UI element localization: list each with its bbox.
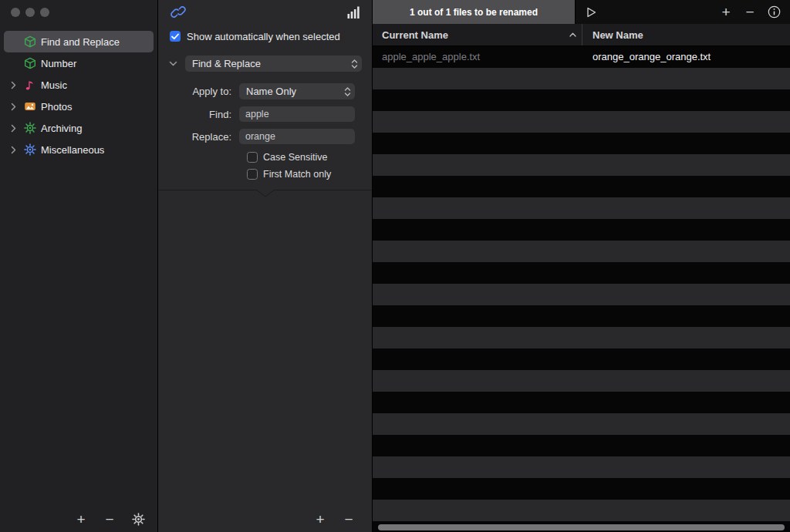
titlebar bbox=[0, 0, 157, 24]
photo-icon bbox=[23, 100, 36, 113]
close-button[interactable] bbox=[11, 8, 20, 17]
music-note-icon bbox=[23, 79, 36, 92]
column-header-current-name[interactable]: Current Name bbox=[373, 24, 582, 45]
remove-files-button[interactable]: − bbox=[744, 5, 756, 19]
first-match-label: First Match only bbox=[263, 169, 331, 180]
rename-play-button[interactable] bbox=[586, 6, 597, 19]
action-parameters-section: Find & Replace Apply to: Name Only Find: bbox=[158, 49, 372, 190]
sidebar-item-label: Miscellaneous bbox=[41, 144, 104, 156]
file-toolbar: 1 out of 1 files to be renamed + − bbox=[373, 0, 790, 24]
table-header: Current Name New Name bbox=[373, 24, 790, 46]
show-automatically-label: Show automatically when selected bbox=[187, 31, 340, 42]
sidebar-item-label: Number bbox=[41, 58, 76, 69]
add-preset-button[interactable]: + bbox=[75, 512, 87, 527]
add-files-button[interactable]: + bbox=[720, 5, 732, 19]
case-sensitive-checkbox[interactable] bbox=[247, 152, 258, 163]
sidebar-item-label: Find and Replace bbox=[41, 36, 120, 48]
table-row[interactable]: apple_apple_apple.txt orange_orange_oran… bbox=[373, 46, 790, 68]
find-label: Find: bbox=[158, 109, 239, 120]
sort-ascending-icon bbox=[569, 32, 576, 37]
sidebar-item-label: Music bbox=[41, 79, 67, 91]
inspector-toolbar bbox=[158, 0, 372, 24]
preset-row: Find & Replace bbox=[158, 56, 372, 72]
sidebar-item-miscellaneous[interactable]: Miscellaneous bbox=[4, 139, 154, 160]
chevron-right-icon[interactable] bbox=[8, 103, 19, 111]
section-notch-icon bbox=[255, 190, 275, 197]
file-toolbar-buttons: + − bbox=[720, 5, 790, 19]
stats-bars-icon[interactable] bbox=[347, 6, 360, 19]
minimize-button[interactable] bbox=[25, 8, 35, 17]
sidebar: Find and Replace Number Music bbox=[0, 0, 158, 532]
find-row: Find: bbox=[158, 106, 372, 122]
updown-chevrons-icon bbox=[351, 59, 358, 69]
disclosure-chevron-down-icon[interactable] bbox=[169, 61, 183, 66]
remove-preset-button[interactable]: − bbox=[103, 512, 116, 527]
apply-to-row: Apply to: Name Only bbox=[158, 83, 372, 99]
archive-gear-icon bbox=[23, 122, 36, 135]
replace-input[interactable] bbox=[239, 129, 355, 144]
sidebar-item-archiving[interactable]: Archiving bbox=[4, 117, 154, 139]
chevron-right-icon[interactable] bbox=[8, 124, 19, 133]
chevron-right-icon[interactable] bbox=[8, 146, 19, 154]
show-automatically-checkbox[interactable] bbox=[170, 31, 181, 42]
sidebar-item-find-and-replace[interactable]: Find and Replace bbox=[4, 31, 154, 52]
apply-to-select[interactable]: Name Only bbox=[239, 83, 355, 99]
current-name-cell: apple_apple_apple.txt bbox=[373, 46, 582, 68]
first-match-checkbox[interactable] bbox=[247, 169, 258, 180]
zoom-button[interactable] bbox=[40, 8, 49, 17]
apply-to-label: Apply to: bbox=[158, 86, 239, 97]
file-list-panel: 1 out of 1 files to be renamed + − Curre… bbox=[373, 0, 790, 532]
inspector-footer: + − bbox=[158, 506, 372, 532]
add-action-button[interactable]: + bbox=[314, 512, 326, 527]
replace-label: Replace: bbox=[158, 131, 239, 143]
first-match-row: First Match only bbox=[247, 169, 372, 180]
sidebar-footer: + − bbox=[0, 506, 157, 532]
find-input[interactable] bbox=[239, 106, 355, 122]
status-text: 1 out of 1 files to be renamed bbox=[373, 0, 576, 24]
empty-rows-stripes bbox=[373, 68, 790, 532]
action-type-select[interactable]: Find & Replace bbox=[185, 56, 362, 72]
cube-icon bbox=[23, 57, 36, 70]
show-automatically-row: Show automatically when selected bbox=[158, 24, 372, 49]
remove-action-button[interactable]: − bbox=[343, 512, 355, 527]
sidebar-item-label: Photos bbox=[41, 101, 72, 113]
column-header-new-name[interactable]: New Name bbox=[582, 24, 790, 45]
case-sensitive-row: Case Sensitive bbox=[247, 152, 372, 163]
preset-list: Find and Replace Number Music bbox=[0, 24, 157, 160]
apply-to-value: Name Only bbox=[246, 86, 296, 97]
info-button[interactable] bbox=[768, 5, 781, 19]
sidebar-item-photos[interactable]: Photos bbox=[4, 96, 154, 117]
sidebar-item-music[interactable]: Music bbox=[4, 74, 154, 96]
chevron-right-icon[interactable] bbox=[8, 81, 19, 89]
horizontal-scrollbar[interactable] bbox=[378, 524, 785, 530]
action-type-value: Find & Replace bbox=[192, 58, 261, 69]
link-icon[interactable] bbox=[170, 6, 187, 18]
file-table-body: apple_apple_apple.txt orange_orange_oran… bbox=[373, 46, 790, 532]
cube-icon bbox=[23, 35, 36, 49]
case-sensitive-label: Case Sensitive bbox=[263, 152, 327, 163]
sidebar-item-label: Archiving bbox=[41, 123, 82, 134]
new-name-cell: orange_orange_orange.txt bbox=[582, 46, 790, 68]
gear-icon bbox=[23, 143, 36, 157]
replace-row: Replace: bbox=[158, 129, 372, 144]
app-window: Find and Replace Number Music bbox=[0, 0, 790, 532]
settings-gear-icon[interactable] bbox=[132, 513, 145, 526]
updown-chevrons-icon bbox=[344, 86, 351, 97]
inspector-panel: Show automatically when selected Find & … bbox=[158, 0, 373, 532]
sidebar-item-number[interactable]: Number bbox=[4, 52, 154, 74]
